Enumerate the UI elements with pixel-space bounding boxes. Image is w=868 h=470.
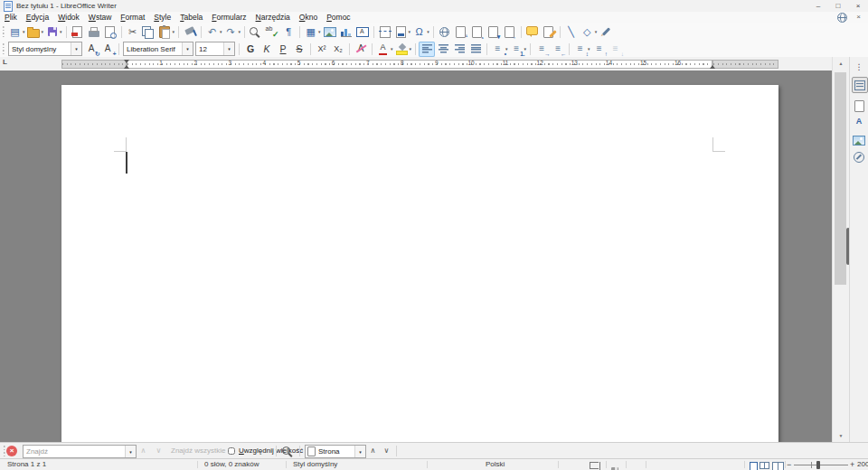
redo-button[interactable]: ↷▾ [223, 24, 242, 40]
bullet-list-button[interactable]: ≡•▾ [490, 42, 509, 57]
save-button[interactable]: ▾ [44, 24, 63, 40]
document-modified-icon[interactable] [611, 462, 618, 469]
align-left-button[interactable] [419, 42, 435, 57]
insert-chart-button[interactable] [338, 24, 354, 40]
insert-hyperlink-button[interactable] [437, 24, 453, 40]
menu-formularz[interactable]: Formularz [207, 12, 250, 23]
insert-bookmark-button[interactable]: ▾ [486, 24, 502, 40]
scroll-down-arrow[interactable]: ▼ [833, 429, 849, 442]
font-name-combo[interactable]: Liberation Serif▾ [123, 42, 193, 56]
insert-cross-reference-button[interactable]: → [502, 24, 518, 40]
find-replace-button[interactable] [248, 24, 264, 40]
increase-indent-button[interactable]: ≡→ [533, 42, 550, 57]
undo-button[interactable]: ↶▾ [204, 24, 223, 40]
formatting-marks-button[interactable]: ¶ [280, 24, 297, 40]
zoom-slider-thumb[interactable] [816, 461, 820, 469]
find-next-button[interactable]: ∨ [152, 445, 165, 456]
find-all-button[interactable]: Znajdź wszystkie [171, 443, 225, 459]
clone-formatting-button[interactable] [182, 24, 198, 40]
chevron-down-icon[interactable]: ▾ [71, 42, 81, 55]
open-button[interactable]: ▾ [26, 24, 45, 40]
ruler-text-area[interactable] [127, 60, 712, 69]
find-and-replace-button[interactable] [280, 445, 297, 457]
italic-button[interactable]: K [259, 42, 275, 57]
sidebar-styles-icon[interactable]: A [852, 114, 866, 128]
first-line-indent-marker[interactable] [124, 60, 129, 63]
selection-mode-icon[interactable] [590, 462, 599, 469]
highlight-color-button[interactable]: ▾ [394, 42, 413, 57]
underline-button[interactable]: P [275, 42, 291, 57]
sidebar-settings-icon[interactable]: ⋮ [852, 60, 866, 74]
right-indent-marker[interactable] [710, 65, 715, 69]
insert-comment-button[interactable] [524, 24, 541, 40]
numbered-list-button[interactable]: ≡1.▾ [509, 42, 528, 57]
zoom-slider-track[interactable] [794, 465, 848, 465]
track-changes-button[interactable] [541, 24, 557, 40]
insert-page-break-button[interactable] [377, 24, 393, 40]
insert-footnote-button[interactable]: ¹ [453, 24, 469, 40]
view-book-button[interactable] [772, 462, 784, 470]
left-indent-marker[interactable] [124, 65, 129, 69]
font-size-combo[interactable]: 12▾ [195, 42, 235, 56]
ruler-right-margin[interactable] [712, 60, 778, 69]
update-style-button[interactable]: A↻ [83, 42, 99, 57]
new-document-button[interactable]: ▤▾ [7, 24, 26, 40]
document-page[interactable] [61, 85, 778, 442]
toolbar-grip[interactable] [2, 26, 5, 37]
navigate-previous-button[interactable]: ∧ [366, 445, 380, 456]
chevron-down-icon[interactable]: ▾ [125, 446, 136, 457]
menu-pomoc[interactable]: Pomoc [322, 12, 354, 23]
clear-formatting-button[interactable]: A [353, 42, 369, 57]
decrease-paragraph-spacing-button[interactable]: ≡↓ [608, 42, 624, 57]
menu-plik[interactable]: Plik [0, 12, 22, 23]
sidebar-properties-icon[interactable] [852, 77, 868, 93]
align-justify-button[interactable] [467, 42, 484, 57]
insert-line-button[interactable]: ╲ [563, 24, 580, 40]
toolbar-grip[interactable] [2, 43, 5, 54]
show-draw-functions-button[interactable] [598, 24, 614, 40]
sidebar-gallery-icon[interactable] [852, 133, 866, 147]
menu-okno[interactable]: Okno [295, 12, 322, 23]
bold-button[interactable]: G [242, 42, 259, 57]
close-find-bar-button[interactable]: × [6, 446, 17, 456]
maximize-button[interactable]: □ [828, 0, 848, 12]
update-available-icon[interactable] [837, 13, 847, 23]
horizontal-ruler[interactable]: L 12345678910111213141516 [0, 57, 832, 70]
strikethrough-button[interactable]: S [291, 42, 307, 57]
dropdown-arrow-icon[interactable]: ▾ [391, 47, 393, 52]
font-color-button[interactable]: A▾ [375, 42, 394, 57]
menu-edycja[interactable]: Edycja [22, 12, 54, 23]
line-spacing-button[interactable]: ≡↕▾ [572, 42, 591, 57]
sidebar-navigator-icon[interactable] [852, 150, 866, 164]
menu-tabela[interactable]: Tabela [175, 12, 207, 23]
align-right-button[interactable] [451, 42, 467, 57]
view-multi-page-button[interactable] [760, 462, 769, 469]
zoom-level[interactable]: 200% [857, 459, 868, 470]
navigate-next-button[interactable]: ∨ [380, 445, 393, 456]
ruler-left-margin[interactable] [61, 60, 127, 69]
print-button[interactable] [86, 24, 102, 40]
align-center-button[interactable] [435, 42, 451, 57]
menu-style[interactable]: Style [149, 12, 175, 23]
status-page-style[interactable]: Styl domyślny [293, 459, 337, 470]
dropdown-arrow-icon[interactable]: ▾ [318, 30, 321, 34]
close-button[interactable]: × [848, 0, 868, 12]
subscript-button[interactable]: X₂ [330, 42, 346, 57]
zoom-in-button[interactable]: + [850, 459, 854, 470]
scroll-up-arrow[interactable]: ▲ [833, 57, 849, 70]
dropdown-arrow-icon[interactable]: ▾ [239, 30, 241, 34]
insert-image-button[interactable] [322, 24, 338, 40]
match-case-checkbox[interactable] [228, 447, 235, 455]
close-document-icon[interactable]: × [856, 14, 861, 21]
dropdown-arrow-icon[interactable]: ▾ [42, 30, 44, 34]
status-word-count[interactable]: 0 słów, 0 znaków [204, 459, 259, 470]
scrollbar-thumb[interactable] [835, 72, 846, 285]
dropdown-arrow-icon[interactable]: ▾ [220, 30, 222, 34]
superscript-button[interactable]: X² [314, 42, 330, 57]
navigate-by-combo[interactable]: Strona ▾ [305, 445, 366, 458]
copy-button[interactable] [141, 24, 157, 40]
status-page-number[interactable]: Strona 1 z 1 [7, 459, 46, 470]
increase-paragraph-spacing-button[interactable]: ≡↑ [591, 42, 608, 57]
zoom-out-button[interactable]: − [787, 459, 791, 470]
print-preview-button[interactable] [102, 24, 118, 40]
